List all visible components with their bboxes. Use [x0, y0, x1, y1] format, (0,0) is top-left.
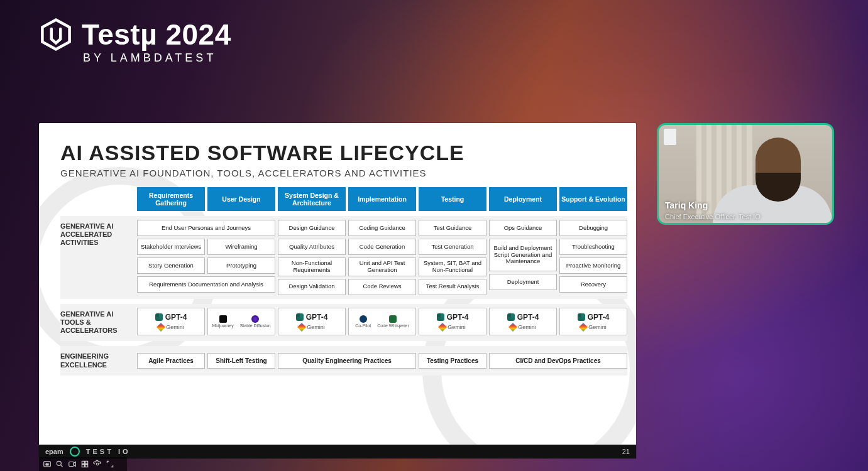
chip-quality-attr: Quality Attributes	[278, 239, 346, 255]
presentation-stage: Testµ 2024 BY LAMBDATEST Tariq King Chie…	[0, 0, 868, 471]
col-head-system-design: System Design & Architecture	[278, 187, 346, 211]
cc-icon[interactable]: cc	[43, 460, 52, 468]
svg-rect-7	[82, 461, 84, 463]
record-icon[interactable]	[68, 460, 77, 468]
gpt4-icon	[296, 313, 304, 321]
svg-marker-6	[74, 462, 75, 467]
tool-support: GPT-4 Gemini	[559, 308, 627, 335]
presentation-slide: AI ASSISTED SOFTWARE LIFECYCLE GENERATIV…	[39, 123, 636, 458]
midjourney-icon	[219, 315, 227, 323]
chip-coding-guidance: Coding Guidance	[348, 220, 416, 236]
footer-brand-testio: TEST IO	[86, 448, 131, 455]
col-head-support: Support & Evolution	[559, 187, 627, 211]
col-head-user-design: User Design	[207, 187, 275, 211]
col-head-testing: Testing	[419, 187, 486, 211]
chip-nfr: Non-Functional Requirements	[278, 257, 346, 276]
chip-stakeholder: Stakeholder Interviews	[137, 239, 205, 255]
event-logo: Testµ 2024 BY LAMBDATEST	[39, 18, 231, 65]
logo-hex-icon	[39, 18, 73, 51]
svg-rect-5	[69, 462, 74, 467]
chip-code-reviews: Code Reviews	[348, 279, 416, 295]
slide-title: AI ASSISTED SOFTWARE LIFECYCLE	[60, 141, 615, 165]
section-tools: GENERATIVE AI TOOLS & ACCELERATORS GPT-4…	[60, 304, 627, 342]
section-activities: GENERATIVE AI ACCELERATED ACTIVITIES End…	[60, 216, 627, 299]
gpt4-icon	[155, 313, 163, 321]
gpt4-icon	[578, 313, 585, 321]
chip-recovery: Recovery	[559, 276, 627, 293]
chip-build-deploy: Build and Deployment Script Generation a…	[489, 239, 557, 271]
svg-line-4	[61, 465, 63, 467]
tool-testing: GPT-4 Gemini	[419, 308, 486, 335]
grid-icon[interactable]	[80, 460, 89, 468]
gemini-icon	[297, 323, 306, 332]
eng-agile: Agile Practices	[137, 353, 205, 369]
slide-footer: epam TEST IO 21	[39, 445, 636, 458]
slide-subtitle: GENERATIVE AI FOUNDATION, TOOLS, ACCELER…	[60, 168, 615, 178]
zoom-icon[interactable]	[55, 460, 64, 468]
col-head-deployment: Deployment	[489, 187, 557, 211]
chip-sit-bat: System, SIT, BAT and Non-Functional	[419, 257, 486, 276]
chip-wireframing: Wireframing	[207, 239, 275, 255]
tool-req: GPT-4 Gemini	[137, 308, 205, 335]
gemini-icon	[579, 323, 588, 332]
eng-shiftleft: Shift-Left Testing	[207, 353, 275, 369]
lifecycle-grid: Requirements Gathering User Design Syste…	[60, 187, 615, 376]
chip-test-gen: Test Generation	[419, 239, 486, 255]
eng-quality: Quality Engineering Practices	[278, 353, 416, 369]
viewer-toolbar: cc	[39, 457, 127, 471]
row-title-tools: GENERATIVE AI TOOLS & ACCELERATORS	[60, 308, 135, 338]
tool-sysdesign: GPT-4 Gemini	[278, 308, 346, 335]
gemini-icon	[157, 323, 165, 332]
svg-rect-9	[82, 465, 84, 467]
testio-ring-icon	[70, 447, 80, 457]
gemini-icon	[438, 323, 447, 332]
chip-code-gen: Code Generation	[348, 239, 416, 255]
section-engineering: ENGINEERING EXCELLENCE Agile Practices S…	[60, 346, 627, 375]
chip-design-validation: Design Validation	[278, 279, 346, 295]
chip-ops-guidance: Ops Guidance	[489, 220, 557, 236]
chip-result-analysis: Test Result Analysis	[419, 279, 486, 295]
eng-cicd: CI/CD and DevOps Practices	[489, 353, 627, 369]
svg-rect-8	[85, 461, 88, 463]
chip-unit-api: Unit and API Test Generation	[348, 257, 416, 276]
col-head-requirements: Requirements Gathering	[137, 187, 205, 211]
chip-design-guidance: Design Guidance	[278, 220, 346, 236]
speaker-video-pip[interactable]: Tariq King Chief Executive Officer, Test…	[657, 123, 834, 225]
svg-point-11	[96, 463, 99, 465]
svg-text:cc: cc	[46, 463, 49, 466]
expand-icon[interactable]	[106, 460, 114, 468]
row-title-activities: GENERATIVE AI ACCELERATED ACTIVITIES	[60, 220, 135, 250]
tool-impl: Co-Pilot Code Whisperer	[348, 308, 416, 335]
copilot-icon	[360, 315, 367, 323]
settings-icon[interactable]	[93, 460, 102, 468]
chip-troubleshooting: Troubleshooting	[559, 239, 627, 255]
chip-deployment: Deployment	[489, 274, 557, 290]
speaker-name: Tariq King	[665, 200, 708, 210]
chip-test-guidance: Test Guidance	[419, 220, 486, 236]
chip-personas: End User Personas and Journeys	[137, 220, 275, 236]
chip-monitoring: Proactive Monitoring	[559, 257, 627, 274]
stablediffusion-icon	[251, 315, 259, 323]
event-subtitle: BY LAMBDATEST	[83, 51, 231, 65]
gemini-icon	[508, 323, 517, 332]
tool-deploy: GPT-4 Gemini	[489, 308, 557, 335]
chip-req-doc: Requirements Documentation and Analysis	[137, 276, 275, 293]
svg-point-3	[57, 461, 61, 465]
eng-testing: Testing Practices	[419, 353, 486, 369]
chip-debugging: Debugging	[559, 220, 627, 236]
row-title-engineering: ENGINEERING EXCELLENCE	[60, 350, 135, 371]
chip-story: Story Generation	[137, 257, 205, 274]
gpt4-icon	[507, 313, 515, 321]
event-title: Testµ 2024	[82, 18, 231, 51]
gpt4-icon	[437, 313, 444, 321]
speaker-title: Chief Executive Officer, Test IO	[665, 213, 761, 220]
chip-prototyping: Prototyping	[207, 257, 275, 274]
footer-brand-epam: epam	[45, 448, 63, 455]
footer-page-number: 21	[622, 448, 630, 455]
svg-rect-10	[85, 465, 88, 467]
tool-userdesign: Midjourney Stable Diffusion	[207, 308, 275, 335]
col-head-implementation: Implementation	[348, 187, 416, 211]
codewhisperer-icon	[389, 315, 397, 323]
